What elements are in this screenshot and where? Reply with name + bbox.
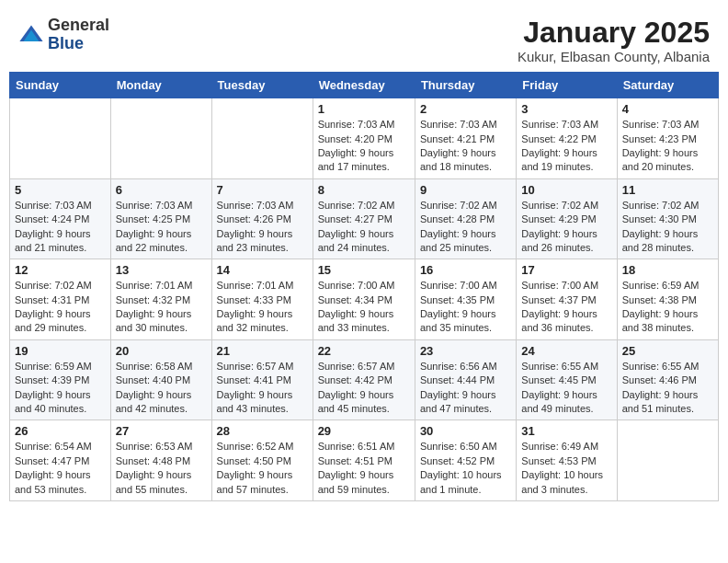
calendar-day-cell: 31Sunrise: 6:49 AMSunset: 4:53 PMDayligh…	[517, 420, 617, 501]
calendar-day-cell: 27Sunrise: 6:53 AMSunset: 4:48 PMDayligh…	[110, 420, 211, 501]
day-number: 23	[420, 344, 511, 358]
weekday-header: Sunday	[10, 73, 111, 98]
calendar-day-cell: 15Sunrise: 7:00 AMSunset: 4:34 PMDayligh…	[313, 259, 415, 340]
day-info: Sunrise: 6:54 AMSunset: 4:47 PMDaylight:…	[15, 440, 106, 497]
weekday-header: Thursday	[415, 73, 516, 98]
day-number: 8	[318, 183, 410, 197]
calendar-week-row: 19Sunrise: 6:59 AMSunset: 4:39 PMDayligh…	[10, 339, 719, 420]
calendar-day-cell: 2Sunrise: 7:03 AMSunset: 4:21 PMDaylight…	[415, 98, 516, 179]
day-number: 30	[420, 424, 511, 438]
calendar-day-cell: 22Sunrise: 6:57 AMSunset: 4:42 PMDayligh…	[313, 339, 415, 420]
calendar-day-cell: 24Sunrise: 6:55 AMSunset: 4:45 PMDayligh…	[517, 339, 617, 420]
calendar-day-cell: 7Sunrise: 7:03 AMSunset: 4:26 PMDaylight…	[211, 178, 313, 259]
day-number: 2	[420, 102, 511, 116]
weekday-header: Friday	[517, 73, 617, 98]
title-block: January 2025 Kukur, Elbasan County, Alba…	[518, 17, 710, 64]
calendar-day-cell: 10Sunrise: 7:02 AMSunset: 4:29 PMDayligh…	[517, 178, 617, 259]
calendar-day-cell: 25Sunrise: 6:55 AMSunset: 4:46 PMDayligh…	[617, 339, 718, 420]
calendar-day-cell	[10, 98, 111, 179]
day-number: 10	[521, 183, 611, 197]
weekday-header: Tuesday	[211, 73, 313, 98]
calendar-day-cell: 21Sunrise: 6:57 AMSunset: 4:41 PMDayligh…	[211, 339, 313, 420]
day-info: Sunrise: 7:03 AMSunset: 4:21 PMDaylight:…	[420, 118, 511, 175]
day-info: Sunrise: 7:01 AMSunset: 4:32 PMDaylight:…	[116, 279, 207, 336]
day-info: Sunrise: 7:02 AMSunset: 4:29 PMDaylight:…	[521, 199, 611, 256]
day-number: 1	[318, 102, 410, 116]
day-number: 29	[318, 424, 410, 438]
day-number: 13	[116, 263, 207, 277]
calendar-day-cell: 28Sunrise: 6:52 AMSunset: 4:50 PMDayligh…	[211, 420, 313, 501]
day-info: Sunrise: 7:03 AMSunset: 4:25 PMDaylight:…	[116, 199, 207, 256]
day-info: Sunrise: 6:57 AMSunset: 4:42 PMDaylight:…	[318, 360, 410, 417]
day-info: Sunrise: 7:03 AMSunset: 4:23 PMDaylight:…	[622, 118, 713, 175]
day-number: 24	[521, 344, 611, 358]
calendar-day-cell: 17Sunrise: 7:00 AMSunset: 4:37 PMDayligh…	[517, 259, 617, 340]
calendar-day-cell: 5Sunrise: 7:03 AMSunset: 4:24 PMDaylight…	[10, 178, 111, 259]
day-info: Sunrise: 7:03 AMSunset: 4:22 PMDaylight:…	[521, 118, 611, 175]
day-info: Sunrise: 7:02 AMSunset: 4:30 PMDaylight:…	[622, 199, 713, 256]
calendar-day-cell: 13Sunrise: 7:01 AMSunset: 4:32 PMDayligh…	[110, 259, 211, 340]
day-info: Sunrise: 6:55 AMSunset: 4:46 PMDaylight:…	[622, 360, 713, 417]
day-info: Sunrise: 7:03 AMSunset: 4:26 PMDaylight:…	[217, 199, 308, 256]
location-subtitle: Kukur, Elbasan County, Albania	[518, 49, 710, 64]
calendar-day-cell: 20Sunrise: 6:58 AMSunset: 4:40 PMDayligh…	[110, 339, 211, 420]
month-title: January 2025	[518, 17, 710, 49]
calendar-week-row: 26Sunrise: 6:54 AMSunset: 4:47 PMDayligh…	[10, 420, 719, 501]
day-number: 28	[217, 424, 308, 438]
day-info: Sunrise: 7:03 AMSunset: 4:20 PMDaylight:…	[318, 118, 410, 175]
calendar-day-cell: 9Sunrise: 7:02 AMSunset: 4:28 PMDaylight…	[415, 178, 516, 259]
day-number: 14	[217, 263, 308, 277]
day-info: Sunrise: 7:00 AMSunset: 4:35 PMDaylight:…	[420, 279, 511, 336]
calendar-day-cell: 29Sunrise: 6:51 AMSunset: 4:51 PMDayligh…	[313, 420, 415, 501]
calendar-day-cell: 8Sunrise: 7:02 AMSunset: 4:27 PMDaylight…	[313, 178, 415, 259]
day-info: Sunrise: 6:56 AMSunset: 4:44 PMDaylight:…	[420, 360, 511, 417]
day-info: Sunrise: 6:55 AMSunset: 4:45 PMDaylight:…	[521, 360, 611, 417]
day-info: Sunrise: 6:59 AMSunset: 4:39 PMDaylight:…	[15, 360, 106, 417]
day-number: 7	[217, 183, 308, 197]
day-number: 21	[217, 344, 308, 358]
calendar-table: SundayMondayTuesdayWednesdayThursdayFrid…	[9, 72, 719, 501]
day-info: Sunrise: 6:57 AMSunset: 4:41 PMDaylight:…	[217, 360, 308, 417]
calendar-day-cell: 12Sunrise: 7:02 AMSunset: 4:31 PMDayligh…	[10, 259, 111, 340]
logo-blue: Blue	[48, 35, 109, 53]
day-number: 6	[116, 183, 207, 197]
calendar-day-cell	[110, 98, 211, 179]
logo-text: General Blue	[48, 17, 109, 53]
day-number: 15	[318, 263, 410, 277]
weekday-header: Monday	[110, 73, 211, 98]
calendar-day-cell: 14Sunrise: 7:01 AMSunset: 4:33 PMDayligh…	[211, 259, 313, 340]
day-number: 16	[420, 263, 511, 277]
day-info: Sunrise: 7:03 AMSunset: 4:24 PMDaylight:…	[15, 199, 106, 256]
day-number: 20	[116, 344, 207, 358]
day-number: 5	[15, 183, 106, 197]
day-info: Sunrise: 6:53 AMSunset: 4:48 PMDaylight:…	[116, 440, 207, 497]
day-info: Sunrise: 6:59 AMSunset: 4:38 PMDaylight:…	[622, 279, 713, 336]
calendar-day-cell: 19Sunrise: 6:59 AMSunset: 4:39 PMDayligh…	[10, 339, 111, 420]
day-number: 17	[521, 263, 611, 277]
calendar-day-cell: 26Sunrise: 6:54 AMSunset: 4:47 PMDayligh…	[10, 420, 111, 501]
day-info: Sunrise: 6:58 AMSunset: 4:40 PMDaylight:…	[116, 360, 207, 417]
page-header: General Blue January 2025 Kukur, Elbasan…	[9, 9, 719, 68]
day-number: 9	[420, 183, 511, 197]
day-number: 26	[15, 424, 106, 438]
day-number: 18	[622, 263, 713, 277]
calendar-day-cell: 18Sunrise: 6:59 AMSunset: 4:38 PMDayligh…	[617, 259, 718, 340]
day-info: Sunrise: 6:49 AMSunset: 4:53 PMDaylight:…	[521, 440, 611, 497]
day-number: 19	[15, 344, 106, 358]
day-info: Sunrise: 7:01 AMSunset: 4:33 PMDaylight:…	[217, 279, 308, 336]
calendar-day-cell	[211, 98, 313, 179]
calendar-day-cell: 16Sunrise: 7:00 AMSunset: 4:35 PMDayligh…	[415, 259, 516, 340]
calendar-week-row: 1Sunrise: 7:03 AMSunset: 4:20 PMDaylight…	[10, 98, 719, 179]
weekday-header: Wednesday	[313, 73, 415, 98]
day-number: 25	[622, 344, 713, 358]
day-number: 4	[622, 102, 713, 116]
calendar-week-row: 5Sunrise: 7:03 AMSunset: 4:24 PMDaylight…	[10, 178, 719, 259]
day-info: Sunrise: 7:02 AMSunset: 4:31 PMDaylight:…	[15, 279, 106, 336]
calendar-day-cell: 1Sunrise: 7:03 AMSunset: 4:20 PMDaylight…	[313, 98, 415, 179]
day-number: 3	[521, 102, 611, 116]
calendar-day-cell: 23Sunrise: 6:56 AMSunset: 4:44 PMDayligh…	[415, 339, 516, 420]
calendar-day-cell	[617, 420, 718, 501]
logo: General Blue	[18, 17, 109, 53]
calendar-week-row: 12Sunrise: 7:02 AMSunset: 4:31 PMDayligh…	[10, 259, 719, 340]
day-number: 31	[521, 424, 611, 438]
